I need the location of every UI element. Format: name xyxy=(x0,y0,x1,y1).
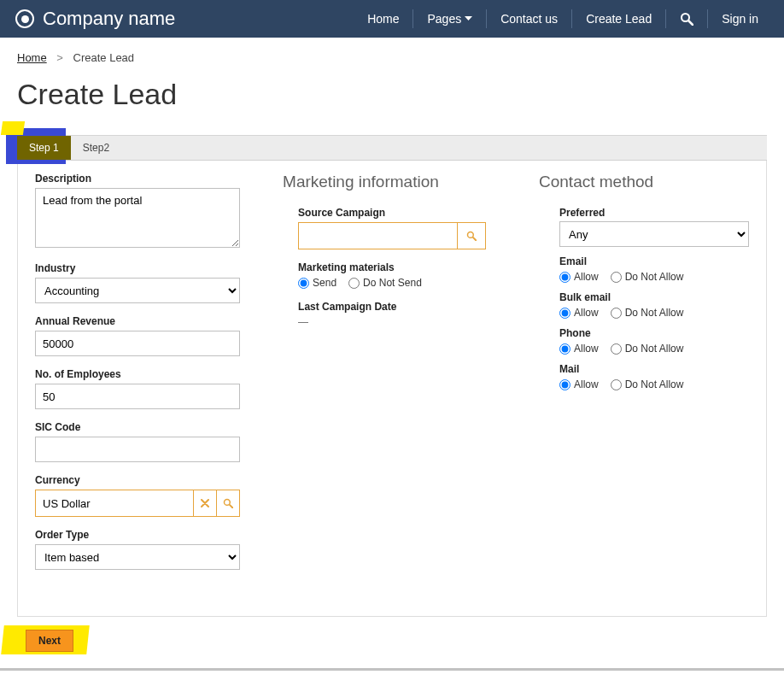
radio-email-allow[interactable]: Allow xyxy=(559,271,599,283)
mail-radio-group: Allow Do Not Allow xyxy=(559,378,749,390)
annual-revenue-label: Annual Revenue xyxy=(35,315,262,327)
radio-mail-donotallow-input[interactable] xyxy=(611,379,622,390)
nav-contact-us[interactable]: Contact us xyxy=(486,9,571,28)
radio-phone-donotallow[interactable]: Do Not Allow xyxy=(611,343,684,355)
svg-line-3 xyxy=(230,505,232,507)
email-label: Email xyxy=(559,255,749,267)
radio-email-allow-input[interactable] xyxy=(559,272,570,283)
phone-radio-group: Allow Do Not Allow xyxy=(559,343,749,355)
marketing-materials-radio-group: Send Do Not Send xyxy=(298,277,518,289)
breadcrumb-current: Create Lead xyxy=(73,51,135,64)
radio-mail-allow-label: Allow xyxy=(574,378,599,390)
radio-bulkemail-donotallow[interactable]: Do Not Allow xyxy=(611,307,684,319)
nav-search[interactable] xyxy=(665,9,707,28)
radio-mail-donotallow-label: Do Not Allow xyxy=(625,378,684,390)
bulk-email-label: Bulk email xyxy=(559,291,749,303)
top-navbar: Company name Home Pages Contact us Creat… xyxy=(0,0,784,38)
preferred-select[interactable]: Any xyxy=(559,221,749,247)
radio-mail-donotallow[interactable]: Do Not Allow xyxy=(611,378,684,390)
currency-label: Currency xyxy=(35,474,262,486)
description-label: Description xyxy=(35,173,262,185)
currency-input[interactable] xyxy=(35,490,194,517)
fg-marketing-materials: Marketing materials Send Do Not Send xyxy=(298,261,518,289)
source-campaign-input[interactable] xyxy=(299,223,457,249)
description-input[interactable] xyxy=(35,188,240,248)
bulk-email-radio-group: Allow Do Not Allow xyxy=(559,307,749,319)
radio-phone-allow[interactable]: Allow xyxy=(559,343,599,355)
nav-contact-label: Contact us xyxy=(500,12,558,26)
fg-order-type: Order Type Item based xyxy=(35,529,262,570)
num-employees-label: No. of Employees xyxy=(35,368,262,380)
tab-step1-label: Step 1 xyxy=(29,142,59,154)
primary-nav: Home Pages Contact us Create Lead Sign i… xyxy=(354,0,784,38)
form-panel: Description Industry Accounting Annual R… xyxy=(17,161,767,617)
nav-signin[interactable]: Sign in xyxy=(707,9,772,28)
svg-line-5 xyxy=(473,238,476,240)
fg-industry: Industry Accounting xyxy=(35,262,262,303)
source-campaign-search-button[interactable] xyxy=(457,223,485,249)
next-button[interactable]: Next xyxy=(26,630,73,652)
radio-email-donotallow-label: Do Not Allow xyxy=(625,271,684,283)
fg-last-campaign-date: Last Campaign Date — xyxy=(298,301,518,328)
svg-line-1 xyxy=(689,21,693,26)
currency-lookup xyxy=(35,490,240,517)
industry-select[interactable]: Accounting xyxy=(35,278,240,303)
preferred-label: Preferred xyxy=(559,207,749,219)
nav-create-lead[interactable]: Create Lead xyxy=(571,9,665,28)
radio-bulkemail-allow-input[interactable] xyxy=(559,308,570,319)
next-button-label: Next xyxy=(38,635,61,647)
radio-email-donotallow-input[interactable] xyxy=(611,272,622,283)
radio-bulkemail-donotallow-input[interactable] xyxy=(611,308,622,319)
marketing-materials-label: Marketing materials xyxy=(298,261,518,273)
radio-email-donotallow[interactable]: Do Not Allow xyxy=(611,271,684,283)
col-details: Description Industry Accounting Annual R… xyxy=(35,173,262,582)
radio-marketing-donotsend-label: Do Not Send xyxy=(363,277,422,289)
last-campaign-date-value: — xyxy=(298,316,518,328)
fg-preferred: Preferred Any xyxy=(559,207,749,247)
order-type-select[interactable]: Item based xyxy=(35,544,240,570)
nav-home[interactable]: Home xyxy=(354,9,412,28)
radio-phone-donotallow-label: Do Not Allow xyxy=(625,343,684,355)
last-campaign-date-label: Last Campaign Date xyxy=(298,301,518,313)
radio-mail-allow[interactable]: Allow xyxy=(559,378,599,390)
fg-currency: Currency xyxy=(35,474,262,517)
radio-mail-allow-input[interactable] xyxy=(559,379,570,390)
phone-label: Phone xyxy=(559,327,749,339)
nav-signin-label: Sign in xyxy=(722,12,758,26)
fg-sic-code: SIC Code xyxy=(35,421,262,462)
radio-marketing-send[interactable]: Send xyxy=(298,277,336,289)
breadcrumb-home[interactable]: Home xyxy=(17,51,47,64)
col-contact-method: Contact method Preferred Any Email Allow… xyxy=(539,173,749,582)
tab-step2[interactable]: Step2 xyxy=(71,136,121,160)
currency-search-button[interactable] xyxy=(217,490,240,517)
fg-phone-allow: Phone Allow Do Not Allow xyxy=(559,327,749,355)
radio-phone-allow-input[interactable] xyxy=(559,343,570,355)
search-icon xyxy=(466,231,477,241)
email-radio-group: Allow Do Not Allow xyxy=(559,271,749,283)
radio-email-allow-label: Allow xyxy=(574,271,599,283)
contact-method-heading: Contact method xyxy=(539,173,749,191)
marketing-heading: Marketing information xyxy=(283,173,518,191)
breadcrumb-separator: > xyxy=(56,51,63,64)
fg-num-employees: No. of Employees xyxy=(35,368,262,409)
breadcrumb: Home > Create Lead xyxy=(0,38,784,69)
annual-revenue-input[interactable] xyxy=(35,331,240,356)
fg-email-allow: Email Allow Do Not Allow xyxy=(559,255,749,283)
currency-clear-button[interactable] xyxy=(194,490,217,517)
col-marketing: Marketing information Source Campaign Ma… xyxy=(283,173,518,582)
num-employees-input[interactable] xyxy=(35,384,240,409)
tab-step1[interactable]: Step 1 xyxy=(17,136,71,160)
fg-bulk-email-allow: Bulk email Allow Do Not Allow xyxy=(559,291,749,319)
radio-marketing-send-input[interactable] xyxy=(298,278,309,289)
radio-phone-donotallow-input[interactable] xyxy=(611,343,622,355)
nav-pages[interactable]: Pages xyxy=(412,9,486,28)
radio-bulkemail-allow[interactable]: Allow xyxy=(559,307,599,319)
radio-marketing-donotsend[interactable]: Do Not Send xyxy=(348,277,422,289)
radio-marketing-send-label: Send xyxy=(313,277,336,289)
radio-marketing-donotsend-input[interactable] xyxy=(348,278,360,289)
brand[interactable]: Company name xyxy=(15,8,175,30)
radio-bulkemail-allow-label: Allow xyxy=(574,307,599,319)
search-icon xyxy=(680,12,693,26)
fg-mail-allow: Mail Allow Do Not Allow xyxy=(559,363,749,390)
sic-code-input[interactable] xyxy=(35,437,240,462)
